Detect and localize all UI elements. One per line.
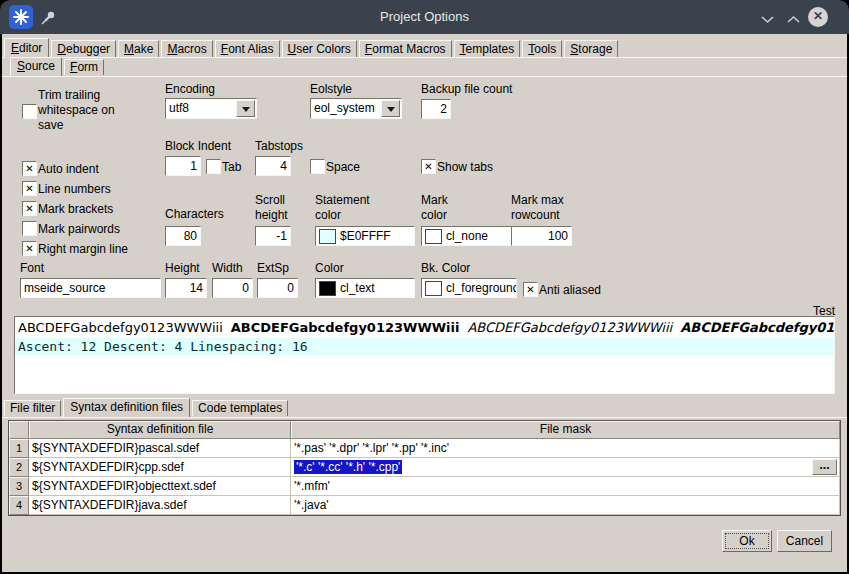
bk-color-input[interactable]: cl_foreground bbox=[421, 278, 517, 298]
font-width-input[interactable]: 0 bbox=[212, 278, 253, 298]
table-row[interactable]: 4 ${SYNTAXDEFDIR}java.sdef '*.java' bbox=[9, 496, 840, 515]
bk-color-value: cl_foreground bbox=[446, 279, 517, 297]
right-margin-line-checkbox[interactable]: ✕ bbox=[22, 241, 37, 256]
table-row[interactable]: 2 ${SYNTAXDEFDIR}cpp.sdef '*.c' '*.cc' '… bbox=[9, 458, 840, 477]
show-tabs-checkmark: ✕ bbox=[422, 160, 435, 173]
file-mask-cell[interactable]: '*.pas' '*.dpr' '*.lpr' '*.pp' '*.inc' bbox=[291, 439, 840, 458]
syntax-file-cell[interactable]: ${SYNTAXDEFDIR}cpp.sdef bbox=[29, 458, 291, 477]
line-numbers-label: Line numbers bbox=[38, 182, 111, 196]
file-mask-cell[interactable]: '*.java' bbox=[291, 496, 840, 515]
project-options-window: Project Options ✕ Editor Debugger Make M… bbox=[0, 0, 849, 574]
bottom-tabstrip: File filter Syntax definition files Code… bbox=[4, 399, 290, 417]
file-mask-selected-text[interactable]: '*.c' '*.cc' '*.h' '*.cpp' bbox=[294, 460, 402, 474]
font-name-input[interactable]: mseide_source bbox=[20, 278, 161, 298]
tab-debugger[interactable]: Debugger bbox=[51, 40, 116, 57]
eolstyle-dropdown-button[interactable] bbox=[381, 100, 400, 117]
dropdown-arrow-icon bbox=[242, 107, 250, 116]
trim-whitespace-checkbox[interactable] bbox=[22, 104, 37, 119]
file-mask-cell[interactable]: '*.mfm' bbox=[291, 477, 840, 496]
syntax-file-cell[interactable]: ${SYNTAXDEFDIR}objecttext.sdef bbox=[29, 477, 291, 496]
trim-whitespace-label: Trim trailing whitespace on save bbox=[38, 88, 138, 133]
syntax-file-cell[interactable]: ${SYNTAXDEFDIR}pascal.sdef bbox=[29, 439, 291, 458]
mark-brackets-checkbox[interactable]: ✕ bbox=[22, 201, 37, 216]
block-indent-input[interactable]: 1 bbox=[165, 156, 201, 176]
tab-editor[interactable]: Editor bbox=[4, 38, 49, 58]
tab-make[interactable]: Make bbox=[118, 40, 159, 57]
tab-macros[interactable]: Macros bbox=[161, 40, 212, 57]
mark-brackets-label: Mark brackets bbox=[38, 202, 113, 216]
tabstops-label: Tabstops bbox=[255, 139, 303, 153]
characters-input[interactable]: 80 bbox=[165, 226, 201, 246]
tab-templates[interactable]: Templates bbox=[454, 40, 521, 57]
encoding-value: utf8 bbox=[166, 99, 238, 118]
table-row[interactable]: 1 ${SYNTAXDEFDIR}pascal.sdef '*.pas' '*.… bbox=[9, 439, 840, 458]
font-test-preview: ABCDEFGabcdefgy0123WWWiiiABCDEFGabcdefgy… bbox=[14, 316, 835, 394]
close-icon: ✕ bbox=[813, 9, 823, 23]
font-metrics-line: Ascent: 12 Descent: 4 Linespacing: 16 bbox=[15, 338, 834, 355]
syntax-file-cell[interactable]: ${SYNTAXDEFDIR}java.sdef bbox=[29, 496, 291, 515]
show-tabs-checkbox[interactable]: ✕ bbox=[421, 159, 436, 174]
sample-bold: ABCDEFGabcdefgy0123WWWiii bbox=[231, 320, 460, 335]
tab-form[interactable]: Form bbox=[64, 59, 104, 75]
font-color-swatch bbox=[319, 281, 336, 296]
row-number: 3 bbox=[9, 477, 29, 496]
tab-storage[interactable]: Storage bbox=[564, 40, 618, 57]
backup-count-label: Backup file count bbox=[421, 82, 512, 96]
eolstyle-value: eol_system bbox=[311, 99, 383, 118]
encoding-combo[interactable]: utf8 bbox=[165, 98, 257, 119]
row-number: 1 bbox=[9, 439, 29, 458]
block-indent-label: Block Indent bbox=[165, 139, 231, 153]
roll-up-button[interactable] bbox=[786, 13, 801, 27]
tab-source[interactable]: Source bbox=[10, 57, 62, 76]
font-width-label: Width bbox=[212, 261, 243, 275]
extsp-label: ExtSp bbox=[257, 261, 289, 275]
font-color-input[interactable]: cl_text bbox=[315, 278, 415, 298]
window-title: Project Options bbox=[0, 9, 849, 24]
tab-code-templates[interactable]: Code templates bbox=[192, 400, 288, 416]
font-height-input[interactable]: 14 bbox=[165, 278, 207, 298]
ok-button[interactable]: Ok bbox=[722, 530, 772, 552]
space-checkbox[interactable] bbox=[310, 159, 325, 174]
encoding-dropdown-button[interactable] bbox=[236, 100, 255, 117]
file-mask-browse-button[interactable]: ... bbox=[812, 459, 837, 475]
titlebar[interactable]: Project Options ✕ bbox=[0, 0, 849, 34]
tab-file-filter[interactable]: File filter bbox=[4, 400, 61, 416]
scroll-height-input[interactable]: -1 bbox=[255, 226, 291, 246]
tab-user-colors[interactable]: User Colors bbox=[282, 40, 357, 57]
statement-color-value: $E0FFFF bbox=[340, 227, 391, 245]
eolstyle-combo[interactable]: eol_system bbox=[310, 98, 402, 119]
mark-max-rowcount-input[interactable]: 100 bbox=[511, 226, 572, 246]
space-check-label: Space bbox=[326, 160, 360, 174]
backup-count-input[interactable]: 2 bbox=[421, 99, 451, 119]
col-header-syntax-definition-file[interactable]: Syntax definition file bbox=[29, 421, 291, 439]
cancel-button[interactable]: Cancel bbox=[777, 530, 832, 552]
roll-down-button[interactable] bbox=[760, 13, 775, 27]
mark-color-label: Mark color bbox=[421, 193, 457, 223]
tabstops-input[interactable]: 4 bbox=[255, 156, 291, 176]
font-height-label: Height bbox=[165, 261, 200, 275]
tab-font-alias[interactable]: Font Alias bbox=[215, 40, 280, 57]
grid-corner-cell bbox=[9, 421, 29, 439]
anti-aliased-checkbox[interactable]: ✕ bbox=[523, 282, 538, 297]
mark-brackets-checkmark: ✕ bbox=[23, 202, 36, 215]
tab-checkbox[interactable] bbox=[206, 159, 221, 174]
statement-color-input[interactable]: $E0FFFF bbox=[315, 226, 415, 246]
font-label: Font bbox=[20, 261, 44, 275]
right-margin-line-label: Right margin line bbox=[38, 242, 128, 256]
line-numbers-checkbox[interactable]: ✕ bbox=[22, 181, 37, 196]
tab-syntax-definition-files[interactable]: Syntax definition files bbox=[63, 398, 190, 417]
anti-aliased-label: Anti aliased bbox=[539, 283, 601, 297]
mark-color-input[interactable]: cl_none bbox=[421, 226, 517, 246]
close-button[interactable]: ✕ bbox=[808, 7, 828, 27]
extsp-input[interactable]: 0 bbox=[257, 278, 298, 298]
tab-format-macros[interactable]: Format Macros bbox=[359, 40, 452, 57]
row-number: 2 bbox=[9, 458, 29, 477]
table-row[interactable]: 3 ${SYNTAXDEFDIR}objecttext.sdef '*.mfm' bbox=[9, 477, 840, 496]
tab-tools[interactable]: Tools bbox=[522, 40, 562, 57]
mark-pairwords-checkbox[interactable] bbox=[22, 221, 37, 236]
file-mask-cell-selected[interactable]: '*.c' '*.cc' '*.h' '*.cpp' ... bbox=[291, 458, 840, 477]
mark-color-value: cl_none bbox=[446, 227, 488, 245]
col-header-file-mask[interactable]: File mask bbox=[291, 421, 840, 439]
auto-indent-checkbox[interactable]: ✕ bbox=[22, 161, 37, 176]
eolstyle-label: Eolstyle bbox=[310, 82, 352, 96]
